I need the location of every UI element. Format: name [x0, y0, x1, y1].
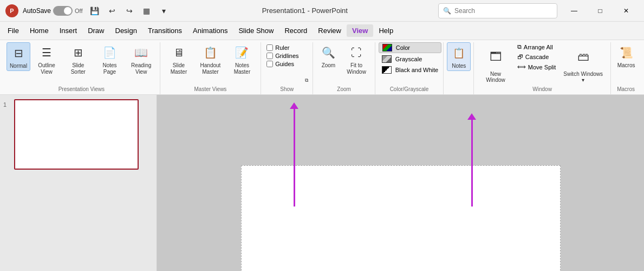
arrange-all-button[interactable]: ⧉ Arrange All	[515, 42, 558, 51]
search-box[interactable]: 🔍	[438, 3, 557, 18]
color-buttons: Color Grayscale Black and White	[379, 42, 441, 75]
maximize-button[interactable]: □	[588, 2, 613, 20]
window-content: 🗔 New Window ⧉ Arrange All 🗗 Cascade ⟺ M…	[477, 42, 607, 84]
guides-checkbox[interactable]	[266, 61, 273, 67]
menu-insert[interactable]: Insert	[54, 24, 83, 37]
macros-content: 📜 Macros	[614, 42, 638, 84]
outline-view-button[interactable]: ☰ Outline View	[31, 42, 62, 76]
slide-master-label: Slide Master	[166, 62, 192, 75]
notes-button[interactable]: 📋 Notes	[447, 42, 471, 71]
menu-animations[interactable]: Animations	[187, 24, 233, 37]
zoom-icon: 🔍	[320, 44, 337, 61]
app-icon: P	[5, 4, 18, 17]
zoom-label-group: Zoom	[316, 85, 371, 92]
black-and-white-icon	[382, 66, 392, 74]
color-grayscale-label: Color/Grayscale	[379, 85, 440, 92]
reading-view-button[interactable]: 📖 Reading View	[126, 42, 157, 76]
search-icon: 🔍	[443, 7, 451, 15]
zoom-button[interactable]: 🔍 Zoom	[316, 42, 340, 70]
slide-thumbnail[interactable]	[14, 99, 139, 170]
normal-view-label: Normal	[10, 63, 27, 69]
normal-view-icon: ⊟	[10, 44, 27, 62]
ruler-checkbox[interactable]	[266, 44, 273, 51]
guides-checkbox-label[interactable]: Guides	[266, 61, 298, 67]
grayscale-button[interactable]: Grayscale	[379, 54, 441, 64]
slide-canvas[interactable]	[241, 165, 561, 271]
menu-file[interactable]: File	[2, 24, 24, 37]
cascade-label: Cascade	[525, 54, 549, 60]
notes-master-label: Notes Master	[229, 62, 255, 75]
cascade-icon: 🗗	[517, 54, 523, 60]
normal-view-button[interactable]: ⊟ Normal	[6, 42, 30, 71]
macros-label: Macros	[617, 62, 635, 69]
notes-page-label: Notes Page	[96, 62, 122, 75]
arrange-all-icon: ⧉	[517, 43, 522, 50]
slide-sorter-button[interactable]: ⊞ Slide Sorter	[63, 42, 93, 76]
notes-group-label	[447, 91, 470, 92]
close-button[interactable]: ✕	[614, 2, 639, 20]
cascade-button[interactable]: 🗗 Cascade	[515, 53, 558, 61]
reading-view-label: Reading View	[128, 62, 154, 75]
group-macros: 📜 Macros Macros	[611, 42, 641, 94]
menu-design[interactable]: Design	[110, 24, 142, 37]
macros-button[interactable]: 📜 Macros	[614, 42, 638, 70]
autosave-state: Off	[75, 8, 82, 14]
autosave-toggle[interactable]	[53, 6, 73, 16]
arrow-1-head	[290, 102, 298, 109]
switch-windows-button[interactable]: 🗃 Switch Windows ▾	[559, 42, 607, 84]
notes-page-button[interactable]: 📄 Notes Page	[94, 42, 125, 76]
show-label: Show	[264, 85, 309, 92]
show-checkboxes: Ruler Gridlines Guides	[264, 42, 301, 68]
switch-windows-arrow: ▾	[582, 77, 584, 83]
notes-master-button[interactable]: 📝 Notes Master	[227, 42, 257, 76]
notes-label: Notes	[452, 63, 466, 69]
notes-content: 📋 Notes	[447, 42, 470, 90]
undo-button[interactable]: ↩	[105, 3, 120, 18]
slide-sorter-icon: ⊞	[69, 44, 87, 61]
move-split-label: Move Split	[528, 64, 556, 70]
menu-home[interactable]: Home	[24, 24, 54, 37]
grayscale-icon	[382, 55, 392, 63]
menu-view[interactable]: View	[347, 24, 373, 37]
present-button[interactable]: ▦	[139, 3, 154, 18]
gridlines-label: Gridlines	[275, 53, 298, 59]
save-button[interactable]: 💾	[87, 3, 102, 18]
ruler-label: Ruler	[275, 44, 289, 51]
canvas-area	[157, 95, 644, 271]
black-and-white-button[interactable]: Black and White	[379, 65, 441, 75]
menu-record[interactable]: Record	[279, 24, 313, 37]
new-window-button[interactable]: 🗔 New Window	[477, 42, 514, 84]
redo-button[interactable]: ↪	[122, 3, 137, 18]
color-button[interactable]: Color	[379, 42, 441, 53]
menu-transitions[interactable]: Transitions	[142, 24, 187, 37]
macros-icon: 📜	[617, 44, 635, 61]
move-split-icon: ⟺	[517, 63, 526, 70]
ribbon: ⊟ Normal ☰ Outline View ⊞ Slide Sorter 📄…	[0, 40, 644, 95]
menu-draw[interactable]: Draw	[82, 24, 109, 37]
menu-review[interactable]: Review	[313, 24, 347, 37]
show-expand-button[interactable]: ⧉	[302, 77, 311, 84]
slide-master-button[interactable]: 🖥 Slide Master	[164, 42, 194, 76]
menu-bar: File Home Insert Draw Design Transitions…	[0, 22, 644, 40]
move-split-button[interactable]: ⟺ Move Split	[515, 62, 558, 72]
ruler-checkbox-label[interactable]: Ruler	[266, 44, 298, 51]
color-icon	[382, 44, 392, 51]
search-input[interactable]	[454, 7, 552, 15]
handout-master-button[interactable]: 📋 Handout Master	[195, 42, 225, 76]
group-color-grayscale: Color Grayscale Black and White Color/Gr…	[375, 42, 444, 94]
autosave-area: AutoSave Off	[23, 6, 83, 16]
menu-help[interactable]: Help	[373, 24, 399, 37]
ribbon-groups: ⊟ Normal ☰ Outline View ⊞ Slide Sorter 📄…	[3, 42, 641, 94]
grayscale-label: Grayscale	[395, 56, 422, 62]
customize-quick-access[interactable]: ▾	[157, 3, 172, 18]
presentation-views-content: ⊟ Normal ☰ Outline View ⊞ Slide Sorter 📄…	[6, 42, 157, 84]
gridlines-checkbox[interactable]	[266, 53, 273, 59]
menu-slideshow[interactable]: Slide Show	[233, 24, 279, 37]
switch-windows-icon: 🗃	[575, 44, 592, 70]
fit-to-window-button[interactable]: ⛶ Fit to Window	[341, 42, 371, 76]
document-title: Presentation1 - PowerPoint	[176, 7, 434, 15]
minimize-button[interactable]: —	[562, 2, 587, 20]
group-show: Ruler Gridlines Guides ⧉ Show	[261, 42, 313, 94]
gridlines-checkbox-label[interactable]: Gridlines	[266, 53, 298, 59]
outline-view-icon: ☰	[38, 44, 55, 61]
